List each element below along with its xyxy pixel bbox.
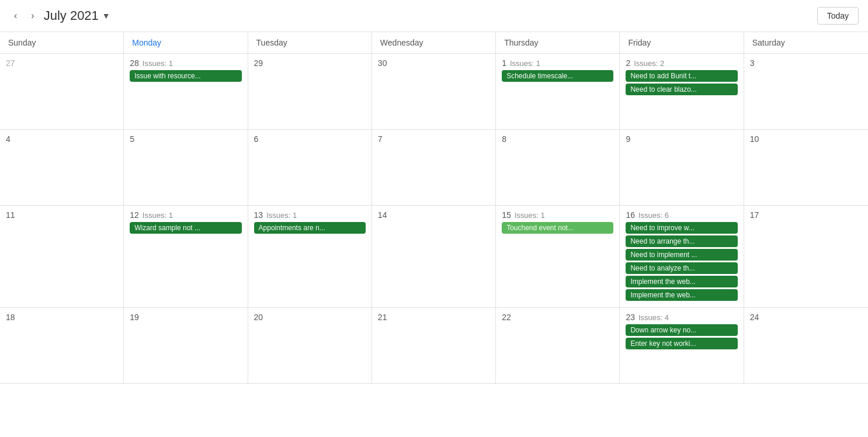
day-cell-3-6[interactable]: 24 bbox=[744, 308, 868, 383]
day-number-1-1: 5 bbox=[130, 134, 241, 144]
day-number-text: 7 bbox=[378, 134, 383, 144]
today-button[interactable]: Today bbox=[817, 7, 859, 25]
day-number-text: 16 bbox=[626, 210, 635, 220]
day-cell-1-4[interactable]: 8 bbox=[496, 130, 620, 205]
day-cell-3-1[interactable]: 19 bbox=[124, 308, 248, 383]
day-number-2-3: 14 bbox=[378, 210, 489, 220]
issues-count: Issues: 6 bbox=[638, 211, 669, 220]
header-navigation: ‹ › July 2021 ▼ bbox=[9, 8, 110, 23]
day-number-0-5: 2Issues: 2 bbox=[626, 58, 737, 68]
calendar-grid: Sunday Monday Tuesday Wednesday Thursday… bbox=[0, 32, 868, 437]
event-chip-3-5-1[interactable]: Enter key not worki... bbox=[626, 338, 737, 349]
day-number-0-1: 28Issues: 1 bbox=[130, 58, 241, 68]
day-cell-2-3[interactable]: 14 bbox=[372, 206, 496, 307]
day-cell-1-6[interactable]: 10 bbox=[744, 130, 868, 205]
issues-count: Issues: 1 bbox=[143, 211, 173, 220]
day-number-3-4: 22 bbox=[502, 313, 613, 322]
event-chip-2-5-1[interactable]: Need to arrange th... bbox=[626, 235, 737, 247]
day-number-text: 21 bbox=[378, 313, 387, 322]
day-number-2-4: 15Issues: 1 bbox=[502, 210, 613, 220]
event-chip-2-4-0[interactable]: Touchend event not... bbox=[502, 222, 613, 234]
next-month-button[interactable]: › bbox=[26, 8, 39, 23]
issues-count: Issues: 2 bbox=[634, 59, 664, 68]
day-number-text: 19 bbox=[130, 313, 139, 322]
prev-month-button[interactable]: ‹ bbox=[9, 8, 22, 23]
event-chip-2-5-4[interactable]: Implement the web... bbox=[626, 276, 737, 287]
day-cell-0-2[interactable]: 29 bbox=[248, 54, 372, 129]
day-number-text: 30 bbox=[378, 58, 387, 68]
day-number-0-4: 1Issues: 1 bbox=[502, 58, 613, 68]
day-cell-0-6[interactable]: 3 bbox=[744, 54, 868, 129]
day-cell-1-5[interactable]: 9 bbox=[620, 130, 744, 205]
calendar-body[interactable]: 2728Issues: 1Issue with resource...29301… bbox=[0, 54, 868, 437]
day-cell-0-1[interactable]: 28Issues: 1Issue with resource... bbox=[124, 54, 248, 129]
event-chip-0-5-1[interactable]: Need to clear blazo... bbox=[626, 84, 737, 95]
day-cell-3-0[interactable]: 18 bbox=[0, 308, 124, 383]
day-cell-1-2[interactable]: 6 bbox=[248, 130, 372, 205]
day-number-3-3: 21 bbox=[378, 313, 489, 322]
day-number-text: 27 bbox=[6, 58, 15, 68]
day-cell-0-5[interactable]: 2Issues: 2Need to add Bunit t...Need to … bbox=[620, 54, 744, 129]
day-cell-0-4[interactable]: 1Issues: 1Schedule timescale... bbox=[496, 54, 620, 129]
day-number-3-5: 23Issues: 4 bbox=[626, 313, 737, 322]
event-chip-2-5-0[interactable]: Need to improve w... bbox=[626, 222, 737, 234]
event-chip-3-5-0[interactable]: Down arrow key no... bbox=[626, 324, 737, 336]
day-number-text: 22 bbox=[502, 313, 511, 322]
day-cell-1-0[interactable]: 4 bbox=[0, 130, 124, 205]
day-number-text: 10 bbox=[750, 134, 759, 144]
day-number-text: 2 bbox=[626, 58, 630, 68]
day-number-text: 28 bbox=[130, 58, 139, 68]
issues-count: Issues: 1 bbox=[266, 211, 297, 220]
event-chip-2-2-0[interactable]: Appointments are n... bbox=[254, 222, 366, 234]
header-tuesday: Tuesday bbox=[248, 32, 372, 53]
event-chip-0-4-0[interactable]: Schedule timescale... bbox=[502, 70, 613, 82]
event-chip-2-5-3[interactable]: Need to analyze th... bbox=[626, 262, 737, 274]
day-number-3-1: 19 bbox=[130, 313, 241, 322]
event-chip-0-1-0[interactable]: Issue with resource... bbox=[130, 70, 241, 82]
day-number-0-2: 29 bbox=[254, 58, 366, 68]
day-number-text: 9 bbox=[626, 134, 630, 144]
day-cell-3-3[interactable]: 21 bbox=[372, 308, 496, 383]
day-cell-1-3[interactable]: 7 bbox=[372, 130, 496, 205]
day-number-1-5: 9 bbox=[626, 134, 737, 144]
day-number-1-4: 8 bbox=[502, 134, 613, 144]
day-cell-2-0[interactable]: 11 bbox=[0, 206, 124, 307]
event-chip-2-5-5[interactable]: Implement the web... bbox=[626, 289, 737, 301]
day-number-2-1: 12Issues: 1 bbox=[130, 210, 241, 220]
header-friday: Friday bbox=[620, 32, 744, 53]
day-headers: Sunday Monday Tuesday Wednesday Thursday… bbox=[0, 32, 868, 54]
day-cell-0-3[interactable]: 30 bbox=[372, 54, 496, 129]
day-number-3-2: 20 bbox=[254, 313, 366, 322]
event-chip-2-5-2[interactable]: Need to implement ... bbox=[626, 249, 737, 261]
day-number-text: 11 bbox=[6, 210, 15, 220]
event-chip-0-5-0[interactable]: Need to add Bunit t... bbox=[626, 70, 737, 82]
day-number-text: 13 bbox=[254, 210, 263, 220]
day-cell-3-2[interactable]: 20 bbox=[248, 308, 372, 383]
week-row-1: 45678910 bbox=[0, 130, 868, 206]
day-cell-2-2[interactable]: 13Issues: 1Appointments are n... bbox=[248, 206, 372, 307]
day-number-text: 14 bbox=[378, 210, 387, 220]
day-number-text: 15 bbox=[502, 210, 511, 220]
day-number-text: 6 bbox=[254, 134, 259, 144]
day-cell-2-5[interactable]: 16Issues: 6Need to improve w...Need to a… bbox=[620, 206, 744, 307]
dropdown-icon: ▼ bbox=[102, 11, 110, 20]
day-cell-2-1[interactable]: 12Issues: 1Wizard sample not ... bbox=[124, 206, 248, 307]
day-cell-1-1[interactable]: 5 bbox=[124, 130, 248, 205]
month-title[interactable]: July 2021 ▼ bbox=[44, 8, 110, 23]
day-number-1-0: 4 bbox=[6, 134, 117, 144]
day-number-0-0: 27 bbox=[6, 58, 117, 68]
day-cell-3-4[interactable]: 22 bbox=[496, 308, 620, 383]
day-number-text: 29 bbox=[254, 58, 263, 68]
event-chip-2-1-0[interactable]: Wizard sample not ... bbox=[130, 222, 241, 234]
issues-count: Issues: 1 bbox=[510, 59, 540, 68]
day-number-2-6: 17 bbox=[750, 210, 862, 220]
week-row-3: 181920212223Issues: 4Down arrow key no..… bbox=[0, 308, 868, 384]
day-number-0-3: 30 bbox=[378, 58, 489, 68]
day-number-text: 12 bbox=[130, 210, 139, 220]
day-cell-3-5[interactable]: 23Issues: 4Down arrow key no...Enter key… bbox=[620, 308, 744, 383]
day-cell-2-4[interactable]: 15Issues: 1Touchend event not... bbox=[496, 206, 620, 307]
day-cell-0-0[interactable]: 27 bbox=[0, 54, 124, 129]
day-number-2-2: 13Issues: 1 bbox=[254, 210, 366, 220]
day-cell-2-6[interactable]: 17 bbox=[744, 206, 868, 307]
day-number-3-6: 24 bbox=[750, 313, 862, 322]
